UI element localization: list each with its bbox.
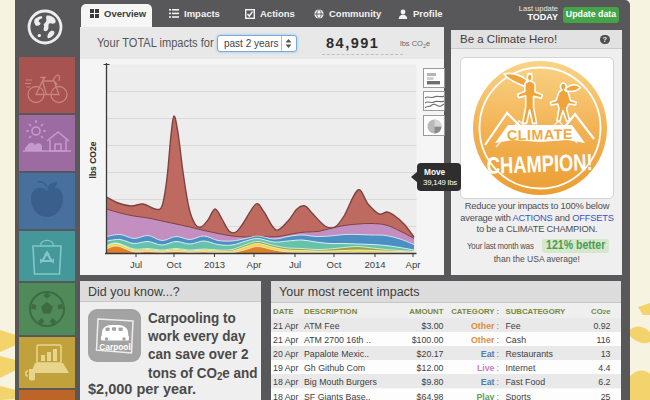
svg-text:Oct: Oct — [327, 259, 342, 270]
svg-text:Apr: Apr — [247, 259, 262, 270]
svg-text:Jul: Jul — [289, 259, 301, 270]
svg-text:Oct: Oct — [167, 259, 182, 270]
svg-text:2014: 2014 — [364, 259, 385, 270]
svg-text:CLIMATE: CLIMATE — [507, 126, 573, 143]
svg-text:CHAMPION!: CHAMPION! — [486, 149, 593, 179]
svg-text:Jul: Jul — [130, 259, 142, 270]
svg-text:lbs CO2e: lbs CO2e — [88, 141, 98, 178]
svg-text:2013: 2013 — [204, 259, 225, 270]
svg-text:Apr: Apr — [406, 259, 421, 270]
svg-text:Carpool: Carpool — [99, 341, 131, 351]
